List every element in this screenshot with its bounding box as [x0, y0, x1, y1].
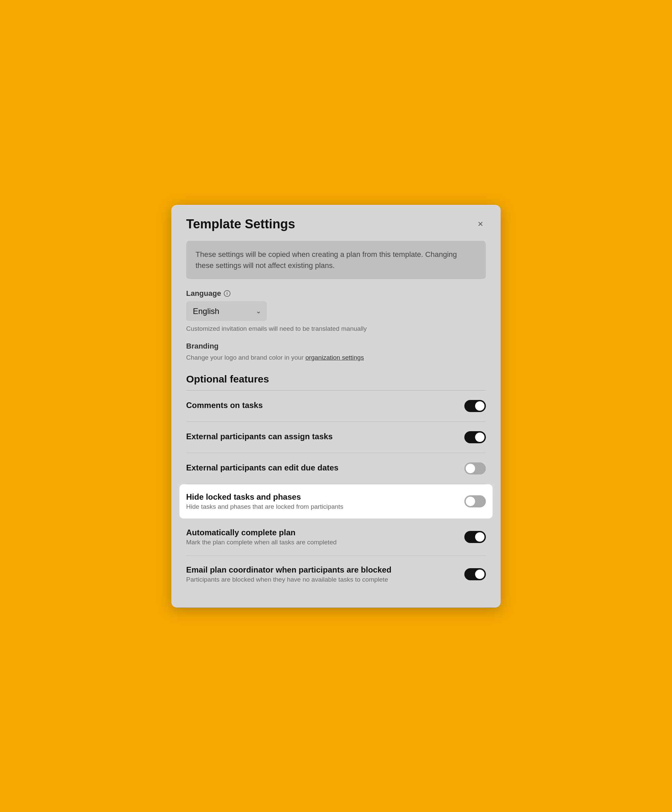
- feature-info-auto-complete: Automatically complete plan Mark the pla…: [186, 528, 464, 546]
- feature-info-assign: External participants can assign tasks: [186, 432, 464, 443]
- feature-row-due-dates: External participants can edit due dates: [186, 453, 486, 484]
- toggle-auto-complete[interactable]: [464, 531, 486, 543]
- toggle-due-dates[interactable]: [464, 462, 486, 474]
- optional-features-title: Optional features: [186, 374, 486, 385]
- toggle-comments[interactable]: [464, 400, 486, 412]
- template-settings-modal: Template Settings × These settings will …: [171, 205, 501, 607]
- toggle-slider-due-dates: [464, 462, 486, 474]
- branding-section: Branding Change your logo and brand colo…: [186, 342, 486, 361]
- feature-info-due-dates: External participants can edit due dates: [186, 463, 464, 474]
- feature-row-assign: External participants can assign tasks: [186, 422, 486, 453]
- close-button[interactable]: ×: [475, 218, 486, 230]
- toggle-slider-email-coordinator: [464, 568, 486, 580]
- toggle-slider-assign: [464, 431, 486, 443]
- feature-info-comments: Comments on tasks: [186, 401, 464, 411]
- modal-body: These settings will be copied when creat…: [171, 241, 501, 607]
- organization-settings-link[interactable]: organization settings: [305, 354, 364, 361]
- feature-info-email-coordinator: Email plan coordinator when participants…: [186, 565, 464, 583]
- feature-desc-auto-complete: Mark the plan complete when all tasks ar…: [186, 539, 464, 546]
- feature-title-due-dates: External participants can edit due dates: [186, 463, 464, 473]
- modal-header: Template Settings ×: [171, 205, 501, 241]
- feature-title-auto-complete: Automatically complete plan: [186, 528, 464, 537]
- toggle-slider-auto-complete: [464, 531, 486, 543]
- feature-title-comments: Comments on tasks: [186, 401, 464, 410]
- branding-text: Change your logo and brand color in your…: [186, 354, 486, 361]
- modal-title: Template Settings: [186, 217, 295, 231]
- feature-title-assign: External participants can assign tasks: [186, 432, 464, 441]
- feature-info-hide-locked: Hide locked tasks and phases Hide tasks …: [186, 492, 464, 510]
- language-info-icon: i: [224, 290, 231, 297]
- language-select-container[interactable]: English French German Spanish ⌄: [186, 301, 267, 321]
- feature-row-auto-complete: Automatically complete plan Mark the pla…: [186, 519, 486, 556]
- feature-row-hide-locked: Hide locked tasks and phases Hide tasks …: [180, 484, 492, 519]
- language-label: Language i: [186, 289, 486, 298]
- feature-desc-email-coordinator: Participants are blocked when they have …: [186, 576, 464, 583]
- feature-row-email-coordinator: Email plan coordinator when participants…: [186, 556, 486, 593]
- feature-title-email-coordinator: Email plan coordinator when participants…: [186, 565, 464, 575]
- toggle-assign[interactable]: [464, 431, 486, 443]
- info-box: These settings will be copied when creat…: [186, 241, 486, 279]
- language-dropdown[interactable]: English French German Spanish: [186, 301, 267, 321]
- features-container: Comments on tasks External participants …: [186, 391, 486, 593]
- toggle-slider-hide-locked: [464, 495, 486, 507]
- toggle-email-coordinator[interactable]: [464, 568, 486, 580]
- feature-desc-hide-locked: Hide tasks and phases that are locked fr…: [186, 503, 464, 510]
- feature-title-hide-locked: Hide locked tasks and phases: [186, 492, 464, 502]
- info-box-text: These settings will be copied when creat…: [195, 249, 477, 271]
- feature-row-comments: Comments on tasks: [186, 391, 486, 422]
- branding-label: Branding: [186, 342, 486, 351]
- toggle-hide-locked[interactable]: [464, 495, 486, 507]
- toggle-slider-comments: [464, 400, 486, 412]
- language-hint: Customized invitation emails will need t…: [186, 325, 486, 333]
